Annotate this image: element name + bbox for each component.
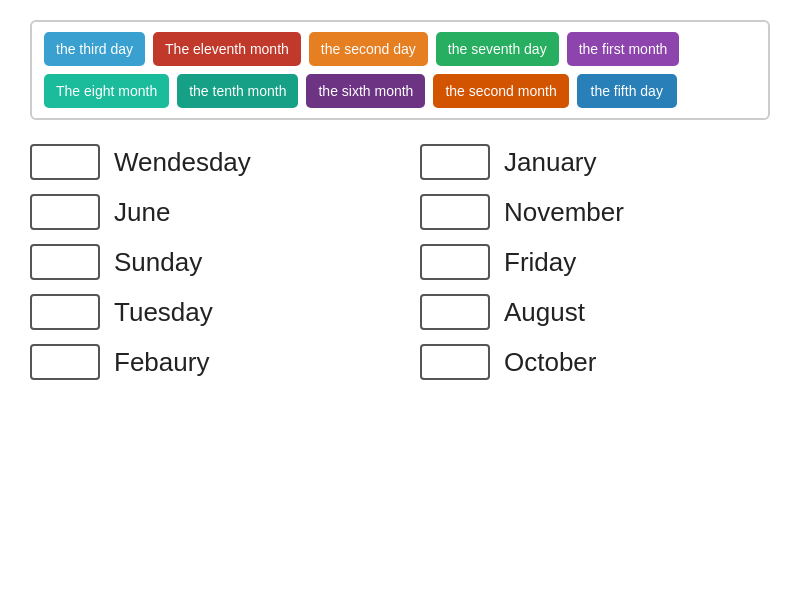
right-column: JanuaryNovemberFridayAugustOctober <box>420 144 770 394</box>
match-label-october: October <box>504 347 597 378</box>
match-row-august: August <box>420 294 770 330</box>
match-row-friday: Friday <box>420 244 770 280</box>
chip-eleventh-month[interactable]: The eleventh month <box>153 32 301 66</box>
match-label-november: November <box>504 197 624 228</box>
match-row-january: January <box>420 144 770 180</box>
chip-tenth-month[interactable]: the tenth month <box>177 74 298 108</box>
match-label-friday: Friday <box>504 247 576 278</box>
drop-box-january[interactable] <box>420 144 490 180</box>
match-label-august: August <box>504 297 585 328</box>
chip-fifth-day[interactable]: the fifth day <box>577 74 677 108</box>
match-row-sunday: Sunday <box>30 244 380 280</box>
match-row-october: October <box>420 344 770 380</box>
drop-box-august[interactable] <box>420 294 490 330</box>
drop-box-wendesday[interactable] <box>30 144 100 180</box>
answer-bank: the third dayThe eleventh monththe secon… <box>30 20 770 120</box>
chip-second-day[interactable]: the second day <box>309 32 428 66</box>
chip-third-day[interactable]: the third day <box>44 32 145 66</box>
match-row-wendesday: Wendesday <box>30 144 380 180</box>
match-row-june: June <box>30 194 380 230</box>
match-row-tuesday: Tuesday <box>30 294 380 330</box>
drop-box-sunday[interactable] <box>30 244 100 280</box>
match-label-tuesday: Tuesday <box>114 297 213 328</box>
drop-box-october[interactable] <box>420 344 490 380</box>
match-label-wendesday: Wendesday <box>114 147 251 178</box>
match-row-november: November <box>420 194 770 230</box>
drop-box-febaury[interactable] <box>30 344 100 380</box>
chip-second-month[interactable]: the second month <box>433 74 568 108</box>
chip-seventh-day[interactable]: the seventh day <box>436 32 559 66</box>
match-label-febaury: Febaury <box>114 347 209 378</box>
drop-box-friday[interactable] <box>420 244 490 280</box>
left-column: WendesdayJuneSundayTuesdayFebaury <box>30 144 380 394</box>
drop-box-tuesday[interactable] <box>30 294 100 330</box>
match-row-febaury: Febaury <box>30 344 380 380</box>
chip-eight-month[interactable]: The eight month <box>44 74 169 108</box>
matching-area: WendesdayJuneSundayTuesdayFebaury Januar… <box>30 144 770 394</box>
drop-box-june[interactable] <box>30 194 100 230</box>
drop-box-november[interactable] <box>420 194 490 230</box>
match-label-june: June <box>114 197 170 228</box>
chip-sixth-month[interactable]: the sixth month <box>306 74 425 108</box>
chip-first-month[interactable]: the first month <box>567 32 680 66</box>
match-label-sunday: Sunday <box>114 247 202 278</box>
match-label-january: January <box>504 147 597 178</box>
